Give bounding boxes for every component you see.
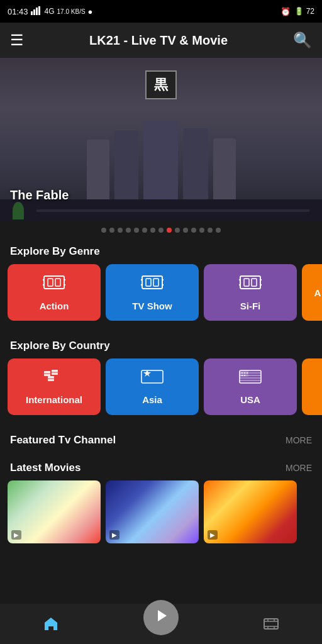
- more-genre-label: A: [314, 287, 321, 298]
- svg-rect-4: [44, 276, 64, 289]
- svg-point-40: [247, 372, 248, 374]
- dot-4[interactable]: [126, 228, 131, 233]
- movie-thumb-1[interactable]: ▶: [8, 480, 101, 543]
- svg-point-38: [242, 372, 243, 374]
- dot-15[interactable]: [216, 228, 221, 233]
- genre-card-scifi[interactable]: Si-Fi: [204, 264, 297, 321]
- dot-1[interactable]: [101, 228, 106, 233]
- country-card-asia[interactable]: Asia: [106, 358, 199, 415]
- country-card-more[interactable]: [302, 358, 322, 415]
- country-grid: International Asia: [0, 358, 322, 425]
- app-icon: ●: [88, 7, 93, 16]
- svg-point-42: [244, 375, 245, 376]
- hero-sign: 黒: [145, 70, 177, 99]
- svg-rect-6: [55, 279, 60, 286]
- country-section-header: Explore By Country: [0, 331, 322, 358]
- latest-title: Latest Movies: [10, 462, 80, 474]
- movies-row: ▶ ▶ ▶: [0, 480, 322, 594]
- alarm-icon: ⏰: [280, 7, 291, 16]
- featured-section-row: Featured Tv Channel MORE: [0, 425, 322, 453]
- international-label: International: [26, 394, 82, 405]
- country-card-usa[interactable]: USA: [204, 358, 297, 415]
- svg-rect-5: [48, 279, 53, 286]
- speed: 17.0 KB/S: [57, 8, 86, 15]
- featured-title: Featured Tv Channel: [10, 434, 116, 447]
- international-flag-icon: [43, 369, 65, 389]
- dot-9-active[interactable]: [167, 228, 172, 233]
- hero-title: The Fable: [10, 188, 69, 203]
- status-right: ⏰ 🔋 72: [280, 7, 314, 16]
- battery-icon: 🔋 72: [294, 7, 314, 16]
- nav-film[interactable]: [262, 615, 280, 633]
- movie-thumb-2[interactable]: ▶: [106, 480, 199, 543]
- svg-rect-37: [240, 370, 248, 377]
- latest-section-row: Latest Movies MORE: [0, 453, 322, 480]
- svg-rect-0: [31, 11, 33, 15]
- genre-card-tvshow[interactable]: TV Show: [106, 264, 199, 321]
- asia-label: Asia: [142, 394, 162, 405]
- menu-button[interactable]: ☰: [10, 31, 24, 49]
- dot-7[interactable]: [150, 228, 155, 233]
- svg-rect-11: [142, 276, 162, 289]
- svg-point-41: [242, 375, 243, 376]
- svg-point-39: [244, 372, 245, 374]
- dot-5[interactable]: [134, 228, 139, 233]
- svg-marker-43: [158, 610, 167, 621]
- asia-flag-icon: [141, 369, 164, 389]
- dot-14[interactable]: [208, 228, 213, 233]
- genre-section-header: Explore By Genre: [0, 236, 322, 264]
- status-left: 01:43 4G 17.0 KB/S ●: [8, 6, 92, 16]
- dot-10[interactable]: [175, 228, 180, 233]
- tvshow-label: TV Show: [132, 301, 172, 311]
- svg-rect-3: [38, 6, 40, 15]
- network-type: 4G: [45, 7, 55, 16]
- header: ☰ LK21 - Live TV & Movie 🔍: [0, 23, 322, 58]
- bottom-nav: [0, 604, 322, 644]
- dot-11[interactable]: [183, 228, 188, 233]
- dot-13[interactable]: [199, 228, 204, 233]
- usa-label: USA: [240, 394, 260, 405]
- action-label: Action: [40, 301, 69, 311]
- app-title: LK21 - Live TV & Movie: [89, 33, 228, 48]
- svg-rect-12: [146, 279, 151, 286]
- action-icon: [43, 274, 65, 296]
- search-button[interactable]: 🔍: [293, 31, 312, 49]
- svg-rect-44: [264, 619, 278, 629]
- genre-card-action[interactable]: Action: [8, 264, 101, 321]
- tvshow-icon: [141, 274, 164, 296]
- scifi-icon: [239, 274, 262, 296]
- dot-12[interactable]: [191, 228, 196, 233]
- svg-rect-20: [252, 279, 257, 286]
- usa-flag-icon: [239, 369, 262, 389]
- svg-rect-19: [244, 279, 249, 286]
- hero-dots: [0, 221, 322, 236]
- dot-6[interactable]: [142, 228, 147, 233]
- genre-grid: Action TV Show: [0, 264, 322, 331]
- nav-play-center[interactable]: [143, 600, 179, 635]
- time: 01:43: [8, 7, 28, 16]
- hero-banner[interactable]: 黒 The Fable: [0, 58, 322, 221]
- dot-8[interactable]: [158, 228, 164, 233]
- svg-rect-18: [240, 276, 260, 289]
- svg-rect-2: [36, 8, 38, 15]
- network-icon: [31, 6, 42, 16]
- latest-more[interactable]: MORE: [286, 463, 312, 473]
- dot-3[interactable]: [118, 228, 123, 233]
- scifi-label: Si-Fi: [240, 301, 261, 311]
- featured-more[interactable]: MORE: [286, 435, 312, 445]
- country-card-international[interactable]: International: [8, 358, 101, 415]
- play-icon: [153, 608, 169, 628]
- svg-rect-1: [33, 9, 35, 15]
- svg-rect-13: [153, 279, 158, 286]
- status-bar: 01:43 4G 17.0 KB/S ● ⏰ 🔋 72: [0, 0, 322, 23]
- movie-thumb-3[interactable]: ▶: [204, 480, 297, 543]
- genre-card-more[interactable]: A: [302, 264, 322, 321]
- dot-2[interactable]: [109, 228, 114, 233]
- nav-home[interactable]: [42, 615, 60, 633]
